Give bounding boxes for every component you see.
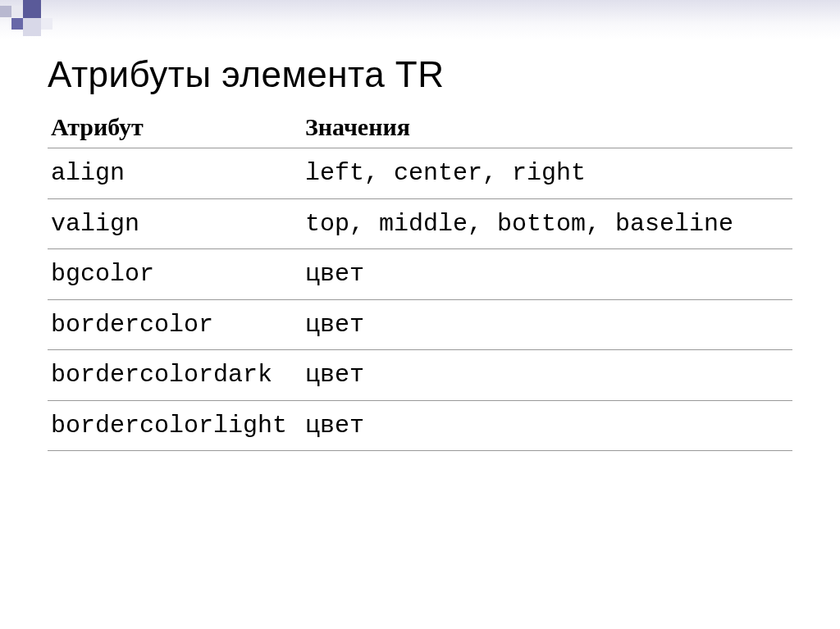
cell-attribute: bordercolor — [48, 299, 302, 350]
cell-attribute: bordercolordark — [48, 350, 302, 401]
corner-squares-decoration — [0, 0, 66, 41]
cell-attribute: valign — [48, 198, 302, 249]
cell-attribute: bordercolorlight — [48, 400, 302, 451]
table-row: bordercolor цвет — [48, 299, 792, 350]
table-row: bgcolor цвет — [48, 249, 792, 300]
attributes-table: Атрибут Значения align left, center, rig… — [48, 110, 792, 451]
table-row: bordercolordark цвет — [48, 350, 792, 401]
table-header-row: Атрибут Значения — [48, 110, 792, 148]
slide-content: Атрибуты элемента TR Атрибут Значения al… — [0, 0, 840, 451]
slide-title: Атрибуты элемента TR — [48, 54, 792, 95]
table-row: bordercolorlight цвет — [48, 400, 792, 451]
cell-value: цвет — [302, 400, 792, 451]
table-row: valign top, middle, bottom, baseline — [48, 198, 792, 249]
cell-value: цвет — [302, 350, 792, 401]
table-row: align left, center, right — [48, 148, 792, 199]
cell-value: top, middle, bottom, baseline — [302, 198, 792, 249]
header-attribute: Атрибут — [48, 110, 302, 148]
cell-value: цвет — [302, 299, 792, 350]
cell-attribute: align — [48, 148, 302, 199]
cell-value: left, center, right — [302, 148, 792, 199]
cell-attribute: bgcolor — [48, 249, 302, 300]
cell-value: цвет — [302, 249, 792, 300]
header-values: Значения — [302, 110, 792, 148]
